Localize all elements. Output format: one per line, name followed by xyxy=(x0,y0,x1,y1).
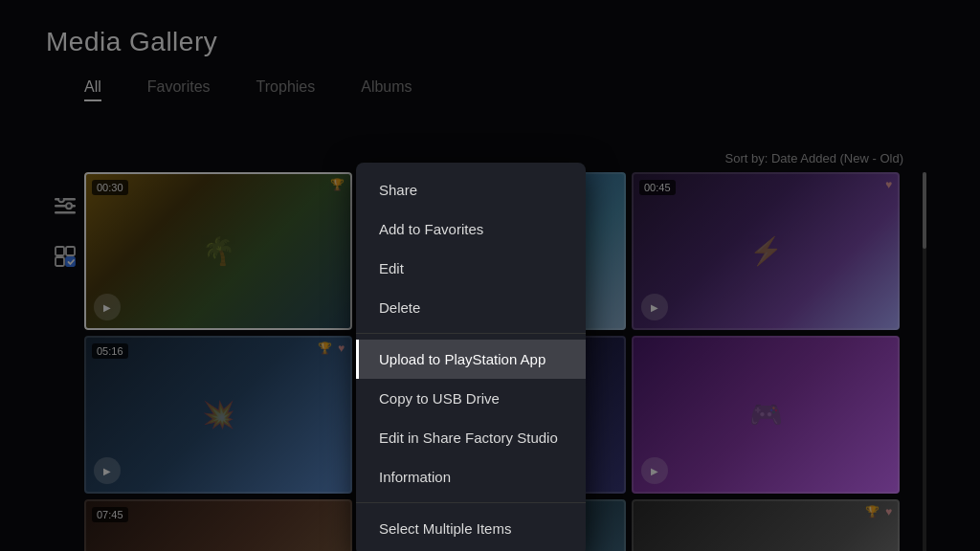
play-button-1[interactable]: ▶ xyxy=(94,294,121,320)
menu-divider-1 xyxy=(356,333,586,334)
thumb-icons-9: 🏆 ♥ xyxy=(865,505,892,518)
filter-icon[interactable] xyxy=(50,191,80,222)
svg-point-4 xyxy=(66,203,72,209)
thumbnail-1[interactable]: 🌴 00:30 🏆 ▶ xyxy=(84,172,352,330)
nav-tabs: All Favorites Trophies Albums xyxy=(84,78,412,101)
page-title: Media Gallery xyxy=(46,27,217,56)
thumbnail-3[interactable]: ⚡ 00:45 ♥ ▶ xyxy=(632,172,900,330)
menu-item-share-factory[interactable]: Edit in Share Factory Studio xyxy=(356,418,586,457)
thumbnail-9[interactable]: 👤 🏆 ♥ xyxy=(632,499,900,551)
sort-label: Sort by: Date Added (New - Old) xyxy=(725,151,903,165)
svg-rect-6 xyxy=(66,247,75,255)
context-menu: Share Add to Favorites Edit Delete Uploa… xyxy=(356,163,586,551)
svg-point-3 xyxy=(58,198,64,202)
scrollbar[interactable] xyxy=(923,172,926,551)
menu-item-copy-usb[interactable]: Copy to USB Drive xyxy=(356,379,586,418)
tab-albums[interactable]: Albums xyxy=(361,78,412,101)
duration-1: 00:30 xyxy=(92,180,128,195)
thumb-icons-3: ♥ xyxy=(885,178,892,191)
menu-item-delete[interactable]: Delete xyxy=(356,288,586,327)
thumbnail-4[interactable]: 💥 05:16 🏆 ♥ ▶ xyxy=(84,336,352,494)
heart-icon-3: ♥ xyxy=(885,178,892,191)
heart-icon-4: ♥ xyxy=(338,342,345,355)
thumbnail-7[interactable]: 🏙️ 07:45 ▶ xyxy=(84,499,352,551)
header: Media Gallery xyxy=(46,27,217,57)
duration-7: 07:45 xyxy=(92,507,128,522)
trophy-icon-1: 🏆 xyxy=(330,178,345,191)
svg-rect-7 xyxy=(56,257,64,266)
duration-3: 00:45 xyxy=(639,180,676,195)
menu-item-edit[interactable]: Edit xyxy=(356,249,586,288)
play-button-3[interactable]: ▶ xyxy=(641,294,668,320)
menu-item-information[interactable]: Information xyxy=(356,457,586,496)
duration-4: 05:16 xyxy=(92,343,128,359)
play-button-6[interactable]: ▶ xyxy=(641,457,668,484)
trophy-icon-9: 🏆 xyxy=(865,505,880,518)
svg-rect-5 xyxy=(56,247,64,255)
menu-item-upload-ps[interactable]: Upload to PlayStation App xyxy=(356,340,586,379)
svg-rect-2 xyxy=(55,211,76,214)
menu-item-select-multiple[interactable]: Select Multiple Items xyxy=(356,509,586,548)
sidebar xyxy=(50,191,80,272)
trophy-icon-4: 🏆 xyxy=(318,342,332,355)
tab-all[interactable]: All xyxy=(84,78,101,101)
heart-icon-9: ♥ xyxy=(885,505,892,518)
select-icon[interactable] xyxy=(50,241,80,272)
menu-item-add-favorites[interactable]: Add to Favorites xyxy=(356,209,586,249)
thumb-icons-4: 🏆 ♥ xyxy=(318,342,345,355)
play-button-4[interactable]: ▶ xyxy=(94,457,121,484)
tab-favorites[interactable]: Favorites xyxy=(147,78,211,101)
menu-divider-2 xyxy=(356,502,586,503)
thumbnail-6[interactable]: 🎮 ▶ xyxy=(632,336,900,494)
menu-item-share[interactable]: Share xyxy=(356,170,586,209)
tab-trophies[interactable]: Trophies xyxy=(256,78,316,101)
scrollbar-thumb[interactable] xyxy=(923,172,926,249)
thumb-icons-1: 🏆 xyxy=(330,178,345,191)
